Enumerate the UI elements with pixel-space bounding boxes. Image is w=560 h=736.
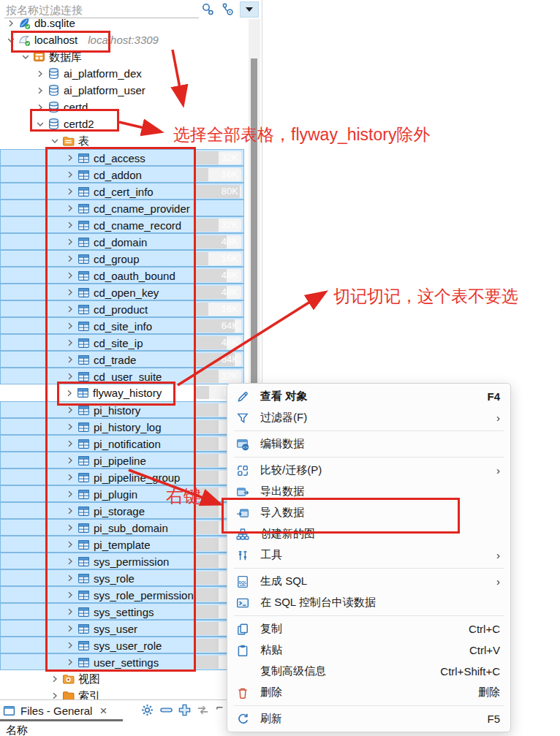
chevron-expanded-icon[interactable] bbox=[50, 136, 60, 146]
chevron-collapsed-icon[interactable] bbox=[65, 405, 75, 415]
tree-item-folder-views[interactable]: 视图 bbox=[0, 670, 244, 687]
menu-item-tools[interactable]: 工具› bbox=[227, 545, 510, 566]
chevron-collapsed-icon[interactable] bbox=[65, 287, 75, 297]
tree-item-table-cd-access[interactable]: cd_access32K bbox=[0, 149, 244, 166]
menu-item-refresh[interactable]: 刷新F5 bbox=[227, 708, 510, 729]
chevron-collapsed-icon[interactable] bbox=[50, 691, 60, 700]
gear-icon[interactable] bbox=[140, 703, 155, 718]
chevron-collapsed-icon[interactable] bbox=[64, 388, 75, 398]
chevron-collapsed-icon[interactable] bbox=[65, 186, 75, 197]
tree-item-table-pi-pipeline-group[interactable]: pi_pipeline_group bbox=[0, 468, 244, 485]
chevron-collapsed-icon[interactable] bbox=[65, 607, 75, 617]
chevron-collapsed-icon[interactable] bbox=[65, 472, 75, 482]
menu-item-read-data-in-sql-console[interactable]: 在 SQL 控制台中读数据 bbox=[227, 592, 510, 613]
chevron-collapsed-icon[interactable] bbox=[65, 321, 75, 331]
menu-item-create-diagram[interactable]: 创建新的图 bbox=[227, 523, 510, 545]
tree-item-table-sys-user[interactable]: sys_user bbox=[0, 620, 244, 637]
chevron-expanded-icon[interactable] bbox=[20, 52, 31, 62]
link-selection-icon[interactable] bbox=[196, 703, 211, 718]
collapse-icon[interactable] bbox=[159, 703, 174, 718]
tree-item-table-sys-role-permission[interactable]: sys_role_permission bbox=[0, 586, 244, 603]
menu-item-edit-data[interactable]: <>编辑数据 bbox=[227, 433, 510, 455]
chevron-collapsed-icon[interactable] bbox=[65, 523, 75, 533]
tree-item-table-sys-role[interactable]: sys_role bbox=[0, 569, 244, 586]
menu-item-generate-sql[interactable]: SQL生成 SQL› bbox=[227, 571, 510, 592]
tree-item-table-cd-addon[interactable]: cd_addon16K bbox=[0, 166, 244, 183]
tree-item-table-cd-cname-provider[interactable]: cd_cname_provider bbox=[0, 200, 244, 216]
tree-item-table-cd-group[interactable]: cd_group16K bbox=[0, 250, 244, 267]
chevron-expanded-icon[interactable] bbox=[6, 35, 16, 45]
tree-item-table-cd-domain[interactable]: cd_domain48K bbox=[0, 233, 244, 250]
chevron-collapsed-icon[interactable] bbox=[65, 153, 75, 163]
chevron-expanded-icon[interactable] bbox=[35, 119, 45, 129]
tree-item-table-cd-site-info[interactable]: cd_site_info64K bbox=[0, 317, 244, 334]
chevron-collapsed-icon[interactable] bbox=[65, 623, 75, 634]
tree-item-table-sys-settings[interactable]: sys_settings bbox=[0, 603, 244, 620]
chevron-collapsed-icon[interactable] bbox=[65, 455, 75, 466]
tree-item-table-pi-plugin[interactable]: pi_plugin bbox=[0, 485, 244, 502]
chevron-collapsed-icon[interactable] bbox=[65, 203, 75, 213]
chevron-collapsed-icon[interactable] bbox=[35, 69, 45, 79]
menu-item-filters[interactable]: 过滤器(F)› bbox=[227, 407, 510, 428]
chevron-collapsed-icon[interactable] bbox=[65, 237, 75, 247]
tree-item-table-cd-oauth-bound[interactable]: cd_oauth_bound48K bbox=[0, 267, 244, 284]
chevron-collapsed-icon[interactable] bbox=[65, 254, 75, 264]
tree-item-db-ai-platform-user[interactable]: ai_platform_user bbox=[0, 82, 244, 99]
tree-item-table-flyway-history[interactable]: flyway_history16K bbox=[0, 384, 244, 401]
tree-item-db-ai-platform-dex[interactable]: ai_platform_dex bbox=[0, 65, 244, 82]
tree-item-folder-tables[interactable]: 表 bbox=[0, 132, 244, 149]
chevron-collapsed-icon[interactable] bbox=[65, 170, 75, 180]
chevron-collapsed-icon[interactable] bbox=[65, 556, 75, 566]
menu-item-import-data[interactable]: 导入数据 bbox=[227, 502, 510, 523]
tree-item-table-user-settings[interactable]: user_settings bbox=[0, 653, 244, 670]
chevron-collapsed-icon[interactable] bbox=[65, 338, 75, 348]
tree-item-table-cd-open-key[interactable]: cd_open_key48K bbox=[0, 284, 244, 300]
tree-item-table-sys-user-role[interactable]: sys_user_role bbox=[0, 637, 244, 653]
chevron-collapsed-icon[interactable] bbox=[65, 573, 75, 583]
tree-item-table-pi-history[interactable]: pi_history bbox=[0, 401, 244, 418]
chevron-collapsed-icon[interactable] bbox=[65, 640, 75, 650]
tree-item-db-certd2[interactable]: certd2 bbox=[0, 115, 244, 132]
chevron-collapsed-icon[interactable] bbox=[65, 657, 75, 667]
tree-item-connection-localhost[interactable]: localhostlocalhost:3309 bbox=[0, 31, 244, 48]
menu-item-copy[interactable]: 复制Ctrl+C bbox=[227, 618, 510, 640]
close-icon[interactable]: × bbox=[99, 705, 107, 716]
chevron-collapsed-icon[interactable] bbox=[65, 590, 75, 600]
tree-item-table-pi-storage[interactable]: pi_storage bbox=[0, 502, 244, 519]
tree-item-table-cd-cert-info[interactable]: cd_cert_info80K bbox=[0, 183, 244, 200]
chevron-collapsed-icon[interactable] bbox=[65, 220, 75, 230]
chevron-collapsed-icon[interactable] bbox=[50, 674, 60, 684]
tree-item-table-pi-notification[interactable]: pi_notification bbox=[0, 435, 244, 452]
menu-item-view-object[interactable]: 查看 对象F4 bbox=[227, 386, 510, 407]
tree-item-folder-indexes[interactable]: 索引 bbox=[0, 687, 244, 699]
chevron-collapsed-icon[interactable] bbox=[65, 371, 75, 382]
tree-item-table-pi-template[interactable]: pi_template bbox=[0, 536, 244, 553]
menu-item-copy-advanced-info[interactable]: 复制高级信息Ctrl+Shift+C bbox=[227, 661, 510, 682]
tree-item-table-sys-permission[interactable]: sys_permission bbox=[0, 553, 244, 569]
menu-item-paste[interactable]: 粘贴Ctrl+V bbox=[227, 640, 510, 661]
menu-item-export-data[interactable]: 导出数据 bbox=[227, 481, 510, 502]
chevron-collapsed-icon[interactable] bbox=[65, 270, 75, 281]
tree-item-db-certd[interactable]: certd bbox=[0, 99, 244, 115]
tree-item-table-pi-pipeline[interactable]: pi_pipeline bbox=[0, 452, 244, 468]
tree-item-table-pi-sub-domain[interactable]: pi_sub_domain bbox=[0, 519, 244, 536]
tree-item-table-cd-product[interactable]: cd_product16K bbox=[0, 300, 244, 317]
chevron-collapsed-icon[interactable] bbox=[65, 506, 75, 516]
tree-item-table-cd-trade[interactable]: cd_trade64K bbox=[0, 351, 244, 368]
chevron-collapsed-icon[interactable] bbox=[65, 539, 75, 550]
chevron-collapsed-icon[interactable] bbox=[35, 102, 45, 113]
tree-item-table-cd-site-ip[interactable]: cd_site_ip48K bbox=[0, 334, 244, 351]
expand-icon[interactable] bbox=[178, 703, 192, 718]
tree-item-table-cd-cname-record[interactable]: cd_cname_record32K bbox=[0, 216, 244, 233]
menu-item-compare-migrate[interactable]: 比较/迁移(P)› bbox=[227, 460, 510, 481]
tree-item-table-pi-history-log[interactable]: pi_history_log bbox=[0, 418, 244, 435]
tree-item-connection-sqlite[interactable]: db.sqlite bbox=[0, 15, 244, 31]
menu-item-delete[interactable]: 删除删除 bbox=[227, 682, 510, 703]
tab-files-general[interactable]: Files - General × bbox=[3, 702, 107, 718]
chevron-collapsed-icon[interactable] bbox=[65, 422, 75, 432]
chevron-collapsed-icon[interactable] bbox=[65, 489, 75, 499]
chevron-collapsed-icon[interactable] bbox=[65, 439, 75, 449]
chevron-collapsed-icon[interactable] bbox=[65, 304, 75, 314]
tree-item-table-cd-user-suite[interactable]: cd_user_suite32K bbox=[0, 368, 244, 384]
tree-item-folder-databases[interactable]: 数据库 bbox=[0, 48, 244, 65]
